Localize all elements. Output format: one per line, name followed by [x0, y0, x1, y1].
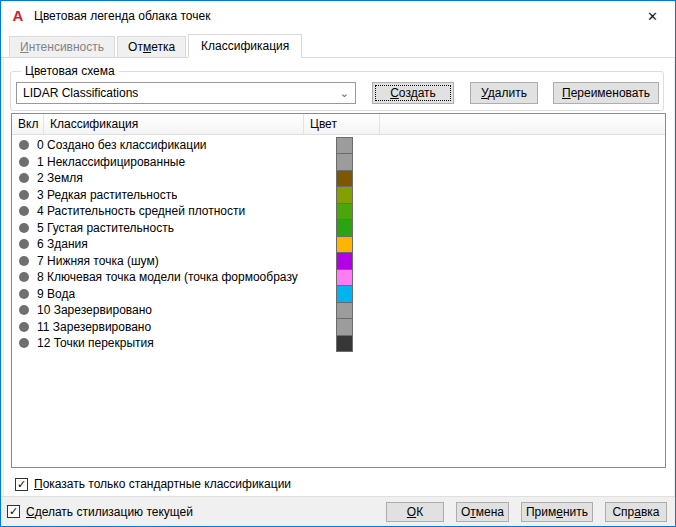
close-icon: ✕ [647, 9, 658, 24]
list-rows: 0 Создано без классификации 1 Неклассифи… [12, 135, 665, 352]
title-bar: A Цветовая легенда облака точек ✕ [1, 1, 675, 31]
color-swatch[interactable] [336, 285, 353, 303]
enabled-dot-icon[interactable] [19, 206, 29, 216]
color-scheme-group: Цветовая схема LIDAR Classifications ⌄ С… [10, 71, 664, 111]
table-row[interactable]: 1 Неклассифицированные [12, 154, 665, 171]
table-row[interactable]: 9 Вода [12, 286, 665, 303]
column-header-color[interactable]: Цвет [304, 114, 380, 134]
column-header-empty [380, 114, 665, 134]
classification-label: 8 Ключевая точка модели (точка формообра… [37, 270, 298, 284]
color-swatch[interactable] [336, 186, 353, 204]
tab-intensity: Интенсивность [9, 36, 115, 57]
color-swatch[interactable] [336, 335, 353, 353]
classification-tab-page: Цветовая схема LIDAR Classifications ⌄ С… [3, 58, 675, 498]
color-swatch[interactable] [336, 219, 353, 237]
enabled-dot-icon[interactable] [19, 338, 29, 348]
classification-label: 2 Земля [37, 171, 83, 185]
enabled-dot-icon[interactable] [19, 289, 29, 299]
classification-label: 3 Редкая растительность [37, 188, 177, 202]
dialog-footer: ✓ Сделать стилизацию текущей ОК Отмена П… [1, 496, 675, 526]
enabled-dot-icon[interactable] [19, 223, 29, 233]
help-button[interactable]: Справка [605, 502, 667, 522]
table-row[interactable]: 7 Нижняя точка (шум) [12, 253, 665, 270]
checkbox-checked-icon: ✓ [15, 478, 28, 491]
rename-button[interactable]: Переименовать [553, 82, 659, 104]
color-scheme-group-label: Цветовая схема [21, 64, 119, 78]
table-row[interactable]: 8 Ключевая точка модели (точка формообра… [12, 269, 665, 286]
apply-button[interactable]: Применить [521, 502, 593, 522]
classification-label: 10 Зарезервировано [37, 303, 152, 317]
color-swatch[interactable] [336, 203, 353, 221]
enabled-dot-icon[interactable] [19, 322, 29, 332]
classification-label: 1 Неклассифицированные [37, 155, 185, 169]
enabled-dot-icon[interactable] [19, 173, 29, 183]
color-swatch[interactable] [336, 153, 353, 171]
table-row[interactable]: 4 Растительность средней плотности [12, 203, 665, 220]
delete-button[interactable]: Удалить [470, 82, 538, 104]
list-header: Вкл Классификация Цвет [12, 114, 665, 135]
classification-label: 5 Густая растительность [37, 221, 174, 235]
enabled-dot-icon[interactable] [19, 272, 29, 282]
tab-elevation[interactable]: Отметка [117, 36, 186, 57]
table-row[interactable]: 3 Редкая растительность [12, 187, 665, 204]
classification-label: 11 Зарезервировано [37, 320, 151, 334]
table-row[interactable]: 11 Зарезервировано [12, 319, 665, 336]
table-row[interactable]: 6 Здания [12, 236, 665, 253]
column-header-classification[interactable]: Классификация [44, 114, 304, 134]
show-standard-checkbox[interactable]: ✓ Показать только стандартные классифика… [15, 477, 291, 491]
create-button[interactable]: Создать [372, 82, 454, 104]
make-style-current-checkbox[interactable]: ✓ Сделать стилизацию текущей [7, 505, 193, 519]
classification-label: 0 Создано без классификации [37, 138, 207, 152]
color-scheme-value: LIDAR Classifications [23, 86, 336, 100]
column-header-on[interactable]: Вкл [12, 114, 44, 134]
close-button[interactable]: ✕ [630, 1, 675, 31]
ok-button[interactable]: ОК [386, 502, 444, 522]
tab-classification[interactable]: Классификация [188, 34, 302, 58]
autocad-logo-icon: A [10, 8, 26, 24]
classification-label: 4 Растительность средней плотности [37, 204, 245, 218]
checkbox-checked-icon: ✓ [7, 505, 20, 518]
table-row[interactable]: 2 Земля [12, 170, 665, 187]
enabled-dot-icon[interactable] [19, 157, 29, 167]
classification-label: 12 Точки перекрытия [37, 336, 154, 350]
table-row[interactable]: 10 Зарезервировано [12, 302, 665, 319]
classification-label: 7 Нижняя точка (шум) [37, 254, 159, 268]
enabled-dot-icon[interactable] [19, 140, 29, 150]
cancel-button[interactable]: Отмена [456, 502, 509, 522]
classification-list: Вкл Классификация Цвет 0 Создано без кла… [11, 113, 666, 468]
color-swatch[interactable] [336, 252, 353, 270]
table-row[interactable]: 0 Создано без классификации [12, 137, 665, 154]
table-row[interactable]: 5 Густая растительность [12, 220, 665, 237]
classification-label: 9 Вода [37, 287, 75, 301]
table-row[interactable]: 12 Точки перекрытия [12, 335, 665, 352]
color-swatch[interactable] [336, 170, 353, 188]
color-swatch[interactable] [336, 137, 353, 155]
tab-strip: Интенсивность Отметка Классификация [1, 34, 675, 58]
enabled-dot-icon[interactable] [19, 190, 29, 200]
color-scheme-dropdown[interactable]: LIDAR Classifications ⌄ [16, 82, 356, 104]
window-title: Цветовая легенда облака точек [34, 9, 210, 23]
make-style-current-label: Сделать стилизацию текущей [26, 505, 193, 519]
color-swatch[interactable] [336, 318, 353, 336]
show-standard-label: Показать только стандартные классификаци… [34, 477, 291, 491]
chevron-down-icon: ⌄ [340, 87, 349, 100]
point-cloud-color-legend-dialog: A Цветовая легенда облака точек ✕ Интенс… [0, 0, 676, 527]
enabled-dot-icon[interactable] [19, 239, 29, 249]
footer-buttons: ОК Отмена Применить Справка [386, 502, 667, 522]
classification-label: 6 Здания [37, 237, 88, 251]
enabled-dot-icon[interactable] [19, 256, 29, 266]
color-swatch[interactable] [336, 302, 353, 320]
enabled-dot-icon[interactable] [19, 305, 29, 315]
color-swatch[interactable] [336, 269, 353, 287]
color-swatch[interactable] [336, 236, 353, 254]
